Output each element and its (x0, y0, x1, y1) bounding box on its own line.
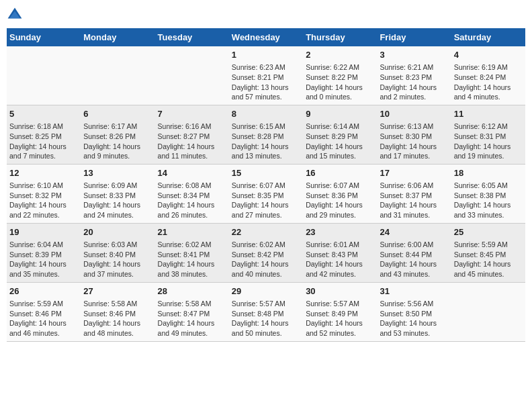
day-number: 7 (158, 108, 226, 120)
calendar-cell: 7Sunrise: 6:16 AMSunset: 8:27 PMDaylight… (155, 105, 229, 164)
day-number: 22 (232, 226, 300, 238)
day-number: 4 (454, 49, 523, 61)
col-header-tuesday: Tuesday (155, 28, 229, 46)
day-info: Sunrise: 5:59 AMSunset: 8:46 PMDaylight:… (9, 299, 78, 338)
day-number: 20 (83, 226, 152, 238)
day-info: Sunrise: 6:16 AMSunset: 8:27 PMDaylight:… (158, 122, 226, 161)
calendar-cell: 29Sunrise: 5:57 AMSunset: 8:48 PMDayligh… (229, 282, 303, 341)
day-info: Sunrise: 6:22 AMSunset: 8:22 PMDaylight:… (306, 62, 374, 102)
day-number: 31 (380, 285, 448, 298)
calendar-cell: 31Sunrise: 5:56 AMSunset: 8:50 PMDayligh… (377, 282, 451, 341)
calendar-cell: 24Sunrise: 6:00 AMSunset: 8:44 PMDayligh… (377, 223, 451, 282)
day-info: Sunrise: 6:21 AMSunset: 8:23 PMDaylight:… (380, 62, 448, 102)
calendar-cell: 26Sunrise: 5:59 AMSunset: 8:46 PMDayligh… (7, 282, 81, 341)
calendar-cell (7, 46, 81, 105)
day-number: 25 (454, 226, 523, 238)
day-info: Sunrise: 6:19 AMSunset: 8:24 PMDaylight:… (454, 62, 523, 102)
col-header-thursday: Thursday (303, 28, 377, 46)
day-info: Sunrise: 6:07 AMSunset: 8:36 PMDaylight:… (306, 181, 374, 220)
day-number: 26 (9, 285, 78, 298)
calendar-cell (155, 46, 229, 105)
calendar-cell: 27Sunrise: 5:58 AMSunset: 8:46 PMDayligh… (81, 282, 154, 341)
column-headers: SundayMondayTuesdayWednesdayThursdayFrid… (7, 28, 525, 46)
day-number: 21 (158, 226, 226, 238)
calendar-cell: 5Sunrise: 6:18 AMSunset: 8:25 PMDaylight… (7, 105, 81, 164)
calendar-cell: 18Sunrise: 6:05 AMSunset: 8:38 PMDayligh… (451, 164, 525, 223)
calendar-cell: 11Sunrise: 6:12 AMSunset: 8:31 PMDayligh… (451, 105, 525, 164)
day-number: 28 (158, 285, 226, 298)
day-number: 29 (232, 285, 300, 298)
day-info: Sunrise: 5:59 AMSunset: 8:45 PMDaylight:… (454, 240, 523, 279)
day-number: 11 (454, 108, 523, 120)
calendar-cell: 23Sunrise: 6:01 AMSunset: 8:43 PMDayligh… (303, 223, 377, 282)
day-info: Sunrise: 6:18 AMSunset: 8:25 PMDaylight:… (9, 122, 78, 161)
calendar-cell: 25Sunrise: 5:59 AMSunset: 8:45 PMDayligh… (451, 223, 525, 282)
day-info: Sunrise: 6:03 AMSunset: 8:40 PMDaylight:… (83, 240, 152, 279)
calendar-week-4: 19Sunrise: 6:04 AMSunset: 8:39 PMDayligh… (7, 223, 525, 282)
calendar-cell: 20Sunrise: 6:03 AMSunset: 8:40 PMDayligh… (81, 223, 154, 282)
day-number: 14 (158, 167, 226, 179)
calendar-cell: 16Sunrise: 6:07 AMSunset: 8:36 PMDayligh… (303, 164, 377, 223)
day-info: Sunrise: 6:14 AMSunset: 8:29 PMDaylight:… (306, 122, 374, 161)
day-number: 6 (83, 108, 152, 120)
calendar-week-5: 26Sunrise: 5:59 AMSunset: 8:46 PMDayligh… (7, 282, 525, 341)
col-header-friday: Friday (377, 28, 451, 46)
calendar-cell: 3Sunrise: 6:21 AMSunset: 8:23 PMDaylight… (377, 46, 451, 105)
day-info: Sunrise: 6:06 AMSunset: 8:37 PMDaylight:… (380, 181, 448, 220)
calendar-cell: 4Sunrise: 6:19 AMSunset: 8:24 PMDaylight… (451, 46, 525, 105)
day-info: Sunrise: 6:15 AMSunset: 8:28 PMDaylight:… (232, 122, 300, 161)
calendar-cell: 17Sunrise: 6:06 AMSunset: 8:37 PMDayligh… (377, 164, 451, 223)
day-number: 19 (9, 226, 78, 238)
calendar-cell (451, 282, 525, 341)
day-info: Sunrise: 5:57 AMSunset: 8:48 PMDaylight:… (232, 299, 300, 338)
day-info: Sunrise: 6:00 AMSunset: 8:44 PMDaylight:… (380, 240, 448, 279)
day-info: Sunrise: 6:10 AMSunset: 8:32 PMDaylight:… (9, 181, 78, 220)
day-number: 5 (9, 108, 78, 120)
calendar-week-3: 12Sunrise: 6:10 AMSunset: 8:32 PMDayligh… (7, 164, 525, 223)
day-info: Sunrise: 5:56 AMSunset: 8:50 PMDaylight:… (380, 299, 448, 338)
day-number: 27 (83, 285, 152, 298)
day-number: 23 (306, 226, 374, 238)
day-info: Sunrise: 6:01 AMSunset: 8:43 PMDaylight:… (306, 240, 374, 279)
calendar-cell: 2Sunrise: 6:22 AMSunset: 8:22 PMDaylight… (303, 46, 377, 105)
calendar-cell: 1Sunrise: 6:23 AMSunset: 8:21 PMDaylight… (229, 46, 303, 105)
day-number: 17 (380, 167, 448, 179)
day-number: 13 (83, 167, 152, 179)
calendar-cell: 14Sunrise: 6:08 AMSunset: 8:34 PMDayligh… (155, 164, 229, 223)
calendar-cell: 22Sunrise: 6:02 AMSunset: 8:42 PMDayligh… (229, 223, 303, 282)
day-info: Sunrise: 5:58 AMSunset: 8:46 PMDaylight:… (83, 299, 152, 338)
day-info: Sunrise: 6:09 AMSunset: 8:33 PMDaylight:… (83, 181, 152, 220)
day-info: Sunrise: 6:02 AMSunset: 8:41 PMDaylight:… (158, 240, 226, 279)
day-number: 10 (380, 108, 448, 120)
day-number: 12 (9, 167, 78, 179)
day-info: Sunrise: 6:07 AMSunset: 8:35 PMDaylight:… (232, 181, 300, 220)
calendar-cell: 10Sunrise: 6:13 AMSunset: 8:30 PMDayligh… (377, 105, 451, 164)
day-info: Sunrise: 6:08 AMSunset: 8:34 PMDaylight:… (158, 181, 226, 220)
day-info: Sunrise: 5:57 AMSunset: 8:49 PMDaylight:… (306, 299, 374, 338)
calendar-cell: 30Sunrise: 5:57 AMSunset: 8:49 PMDayligh… (303, 282, 377, 341)
day-info: Sunrise: 6:04 AMSunset: 8:39 PMDaylight:… (9, 240, 78, 279)
calendar-table: SundayMondayTuesdayWednesdayThursdayFrid… (7, 28, 525, 342)
day-number: 8 (232, 108, 300, 120)
calendar-cell (81, 46, 154, 105)
day-number: 3 (380, 49, 448, 61)
calendar-cell: 12Sunrise: 6:10 AMSunset: 8:32 PMDayligh… (7, 164, 81, 223)
col-header-wednesday: Wednesday (229, 28, 303, 46)
day-info: Sunrise: 6:02 AMSunset: 8:42 PMDaylight:… (232, 240, 300, 279)
day-number: 15 (232, 167, 300, 179)
day-number: 9 (306, 108, 374, 120)
day-number: 1 (232, 49, 300, 61)
page-header (7, 7, 525, 23)
calendar-cell: 9Sunrise: 6:14 AMSunset: 8:29 PMDaylight… (303, 105, 377, 164)
day-info: Sunrise: 6:05 AMSunset: 8:38 PMDaylight:… (454, 181, 523, 220)
calendar-cell: 8Sunrise: 6:15 AMSunset: 8:28 PMDaylight… (229, 105, 303, 164)
calendar-week-1: 1Sunrise: 6:23 AMSunset: 8:21 PMDaylight… (7, 46, 525, 105)
calendar-cell: 13Sunrise: 6:09 AMSunset: 8:33 PMDayligh… (81, 164, 154, 223)
day-info: Sunrise: 5:58 AMSunset: 8:47 PMDaylight:… (158, 299, 226, 338)
calendar-cell: 6Sunrise: 6:17 AMSunset: 8:26 PMDaylight… (81, 105, 154, 164)
calendar-week-2: 5Sunrise: 6:18 AMSunset: 8:25 PMDaylight… (7, 105, 525, 164)
calendar-cell: 15Sunrise: 6:07 AMSunset: 8:35 PMDayligh… (229, 164, 303, 223)
calendar-cell: 21Sunrise: 6:02 AMSunset: 8:41 PMDayligh… (155, 223, 229, 282)
col-header-sunday: Sunday (7, 28, 81, 46)
day-number: 30 (306, 285, 374, 298)
